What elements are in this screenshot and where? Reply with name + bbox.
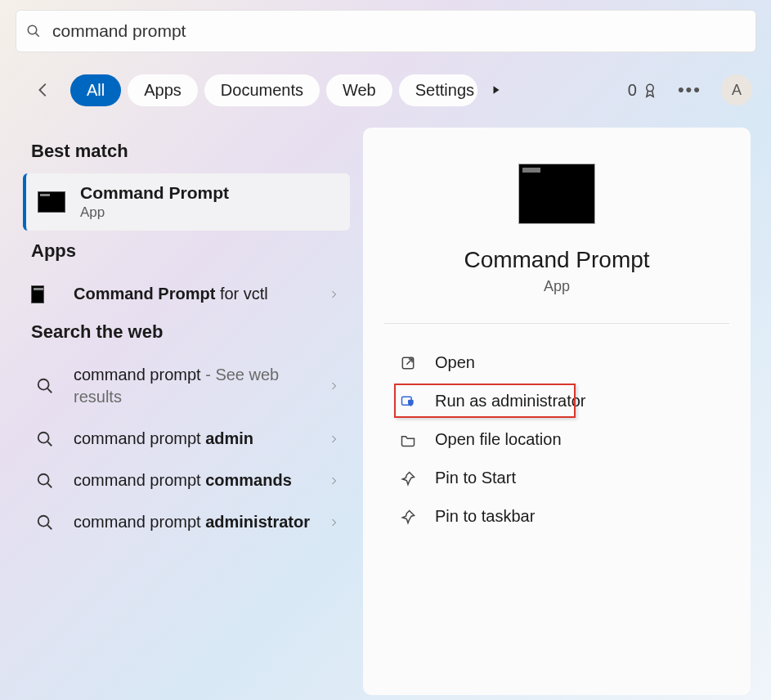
folder-icon [400, 432, 416, 448]
svg-point-4 [38, 379, 49, 390]
search-icon [36, 472, 54, 490]
svg-line-9 [47, 483, 52, 487]
action-run-as-admin[interactable]: Run as administrator [399, 382, 715, 420]
rewards-score[interactable]: 0 [628, 81, 658, 100]
svg-marker-2 [494, 86, 500, 93]
action-open[interactable]: Open [399, 343, 715, 382]
search-bar[interactable] [16, 10, 756, 52]
pin-icon [400, 509, 416, 525]
search-icon [26, 24, 41, 38]
web-result-label: command prompt - See web results [74, 364, 329, 408]
action-pin-to-taskbar[interactable]: Pin to taskbar [399, 497, 715, 536]
details-panel: Command Prompt App Open Run as administr… [363, 128, 751, 695]
best-match-item[interactable]: Command Prompt App [23, 173, 350, 231]
action-open-file-location[interactable]: Open file location [399, 420, 715, 459]
app-large-icon [518, 164, 595, 224]
action-label: Run as administrator [435, 392, 586, 411]
web-result-label: command prompt administrator [74, 511, 329, 533]
svg-line-7 [47, 442, 52, 446]
details-title: Command Prompt [464, 247, 649, 273]
chevron-right-icon [329, 434, 338, 444]
best-match-subtitle: App [80, 204, 229, 221]
svg-line-1 [36, 34, 39, 37]
tab-web[interactable]: Web [326, 74, 392, 106]
tab-documents[interactable]: Documents [204, 74, 320, 106]
svg-point-6 [38, 432, 49, 442]
app-result-label: Command Prompt for vctl [74, 283, 329, 305]
tab-row: All Apps Documents Web Settings 0 ••• A [33, 70, 752, 110]
action-pin-to-start[interactable]: Pin to Start [399, 459, 715, 497]
chevron-right-icon [329, 381, 338, 391]
chevron-right-icon [329, 289, 338, 299]
svg-point-0 [28, 25, 37, 34]
svg-line-5 [47, 388, 52, 393]
divider [384, 323, 729, 324]
avatar-letter: A [732, 82, 742, 99]
search-icon [36, 514, 54, 532]
tab-overflow-arrow[interactable] [484, 78, 509, 102]
tab-settings[interactable]: Settings [399, 74, 477, 106]
search-icon [36, 430, 54, 448]
details-subtitle: App [544, 278, 570, 295]
web-result-label: command prompt commands [74, 469, 329, 491]
action-label: Open [435, 353, 475, 372]
chevron-right-icon [329, 476, 338, 486]
svg-line-11 [47, 525, 52, 529]
app-result-item[interactable]: Command Prompt for vctl [23, 273, 350, 315]
shield-icon [400, 393, 416, 410]
best-match-title: Command Prompt [80, 183, 229, 203]
filter-tabs: All Apps Documents Web Settings [70, 74, 477, 106]
apps-header: Apps [31, 240, 350, 262]
pin-icon [400, 470, 416, 487]
web-result-item[interactable]: command prompt admin [23, 418, 350, 460]
score-value: 0 [628, 81, 637, 100]
action-list: Open Run as administrator Open file loca… [399, 343, 715, 536]
action-label: Pin to taskbar [435, 507, 535, 526]
search-input[interactable] [52, 11, 746, 52]
best-match-header: Best match [31, 141, 350, 162]
avatar[interactable]: A [721, 74, 752, 105]
web-result-item[interactable]: command prompt commands [23, 460, 350, 501]
search-icon [36, 377, 54, 395]
web-result-label: command prompt admin [74, 428, 329, 450]
svg-point-3 [647, 84, 653, 91]
tab-apps[interactable]: Apps [128, 74, 198, 106]
web-result-item[interactable]: command prompt administrator [23, 501, 350, 543]
results-left-column: Best match Command Prompt App Apps Comma… [23, 134, 350, 543]
search-web-header: Search the web [31, 321, 350, 343]
action-label: Pin to Start [435, 469, 516, 487]
chevron-right-icon [329, 518, 338, 527]
web-result-item[interactable]: command prompt - See web results [23, 354, 350, 418]
medal-icon [642, 82, 658, 98]
open-icon [400, 355, 416, 371]
cmd-icon [38, 191, 65, 213]
action-label: Open file location [435, 430, 562, 449]
more-button[interactable]: ••• [678, 79, 702, 101]
tab-all[interactable]: All [70, 74, 121, 106]
svg-point-10 [38, 515, 49, 526]
cmd-icon [31, 285, 44, 303]
back-button[interactable] [33, 79, 54, 101]
svg-point-8 [38, 473, 49, 484]
